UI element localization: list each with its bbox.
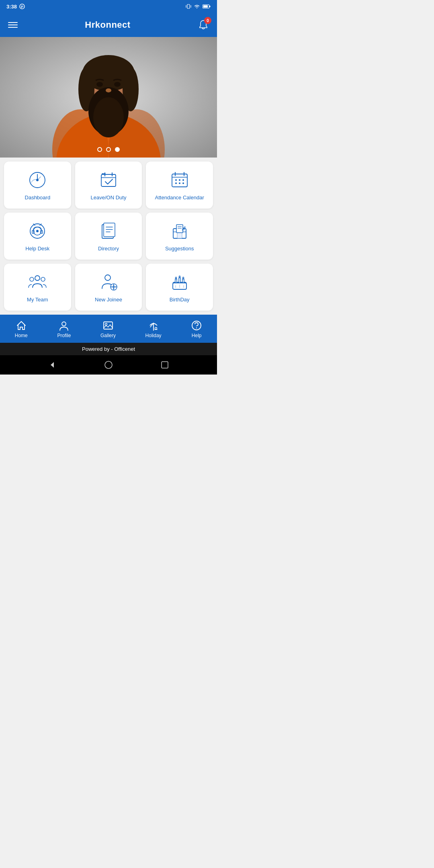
grid-item-attendance[interactable]: Attendance Calendar: [146, 162, 213, 209]
birthday-label: BirthDay: [170, 297, 190, 303]
grid-item-dashboard[interactable]: Dashboard: [4, 162, 71, 209]
suggestions-icon: [170, 221, 189, 241]
app-title: Hrkonnect: [85, 20, 130, 30]
gallery-label: Gallery: [100, 333, 116, 338]
leave-icon: [99, 170, 118, 190]
dot-1[interactable]: [97, 147, 102, 152]
newjoinee-icon: [99, 272, 118, 292]
bottom-navigation: Home Profile Gallery Holiday: [0, 315, 217, 343]
battery-icon: [203, 4, 211, 9]
svg-text:P: P: [21, 5, 23, 9]
svg-point-69: [178, 275, 180, 278]
attendance-icon: [170, 170, 189, 190]
powered-by-text: Powered by - Officenet: [82, 346, 135, 352]
nav-holiday[interactable]: Holiday: [145, 320, 162, 338]
gallery-icon: [102, 320, 114, 331]
powered-by-bar: Powered by - Officenet: [0, 343, 217, 355]
grid-item-directory[interactable]: Directory: [75, 213, 142, 260]
app-header: Hrkonnect 0: [0, 13, 217, 37]
banner-image: [0, 37, 217, 158]
myteam-label: My Team: [27, 297, 48, 303]
svg-line-25: [37, 177, 41, 180]
svg-point-57: [35, 276, 40, 280]
svg-point-36: [179, 179, 180, 181]
helpdesk-label: Help Desk: [25, 246, 49, 252]
profile-icon: [58, 320, 70, 331]
menu-grid: Dashboard Leave/ON Duty Attendanc: [0, 158, 217, 315]
recents-button[interactable]: [161, 361, 169, 369]
svg-point-70: [182, 276, 184, 279]
back-button[interactable]: [48, 361, 56, 369]
home-icon: [16, 320, 27, 331]
notification-bell[interactable]: 0: [198, 19, 209, 31]
dot-2[interactable]: [106, 147, 111, 152]
nav-gallery[interactable]: Gallery: [100, 320, 116, 338]
svg-point-43: [36, 230, 39, 232]
dot-3[interactable]: [115, 147, 120, 152]
nav-help[interactable]: Help: [191, 320, 202, 338]
status-bar: 3:38 P: [0, 0, 217, 13]
nav-home[interactable]: Home: [15, 320, 28, 338]
svg-point-20: [114, 82, 121, 87]
svg-rect-26: [101, 174, 116, 186]
svg-point-79: [155, 327, 157, 329]
svg-point-58: [30, 277, 34, 281]
grid-item-birthday[interactable]: BirthDay: [146, 264, 213, 311]
svg-point-38: [175, 182, 177, 184]
dashboard-icon: [28, 170, 47, 190]
svg-rect-84: [162, 362, 168, 368]
attendance-label: Attendance Calendar: [155, 194, 204, 201]
svg-rect-54: [176, 225, 183, 233]
home-button[interactable]: [104, 360, 113, 369]
svg-point-81: [196, 327, 197, 328]
svg-point-37: [182, 179, 184, 181]
home-label: Home: [15, 333, 28, 338]
leave-label: Leave/ON Duty: [91, 194, 127, 201]
svg-point-74: [62, 322, 66, 326]
status-right: [186, 4, 211, 9]
svg-rect-7: [209, 6, 211, 7]
helpdesk-icon: [28, 221, 47, 241]
svg-point-76: [105, 323, 107, 325]
svg-point-39: [179, 182, 180, 184]
svg-point-60: [105, 275, 111, 280]
status-left: 3:38 P: [6, 4, 25, 10]
nav-profile[interactable]: Profile: [57, 320, 71, 338]
time-display: 3:38: [6, 4, 17, 10]
svg-marker-82: [51, 362, 54, 368]
suggestions-label: Suggestions: [165, 246, 194, 252]
svg-rect-2: [187, 4, 190, 8]
grid-item-helpdesk[interactable]: Help Desk: [4, 213, 71, 260]
svg-point-40: [182, 182, 184, 184]
help-icon: [191, 320, 202, 331]
svg-point-35: [175, 179, 177, 181]
android-navbar: [0, 355, 217, 375]
dashboard-label: Dashboard: [25, 194, 51, 201]
grid-item-leave[interactable]: Leave/ON Duty: [75, 162, 142, 209]
svg-point-19: [96, 82, 103, 87]
svg-point-18: [93, 97, 124, 137]
hamburger-button[interactable]: [8, 22, 18, 28]
slider-dots: [97, 147, 120, 152]
wifi-icon: [194, 4, 200, 9]
help-label: Help: [192, 333, 202, 338]
holiday-label: Holiday: [145, 333, 162, 338]
grid-item-myteam[interactable]: My Team: [4, 264, 71, 311]
newjoinee-label: New Joinee: [95, 297, 122, 303]
grid-item-newjoinee[interactable]: New Joinee: [75, 264, 142, 311]
p-icon: P: [19, 4, 25, 9]
notification-badge: 0: [204, 17, 211, 24]
svg-point-83: [105, 361, 112, 368]
grid-item-suggestions[interactable]: Suggestions: [146, 213, 213, 260]
svg-rect-6: [203, 5, 208, 8]
svg-rect-47: [104, 223, 115, 237]
birthday-icon: [170, 272, 189, 292]
svg-rect-75: [104, 322, 113, 329]
myteam-icon: [28, 272, 47, 292]
directory-icon: [99, 221, 118, 241]
banner-slider[interactable]: [0, 37, 217, 158]
svg-rect-66: [179, 278, 180, 283]
holiday-icon: [148, 320, 159, 331]
svg-point-21: [106, 88, 111, 92]
svg-point-68: [175, 276, 177, 279]
